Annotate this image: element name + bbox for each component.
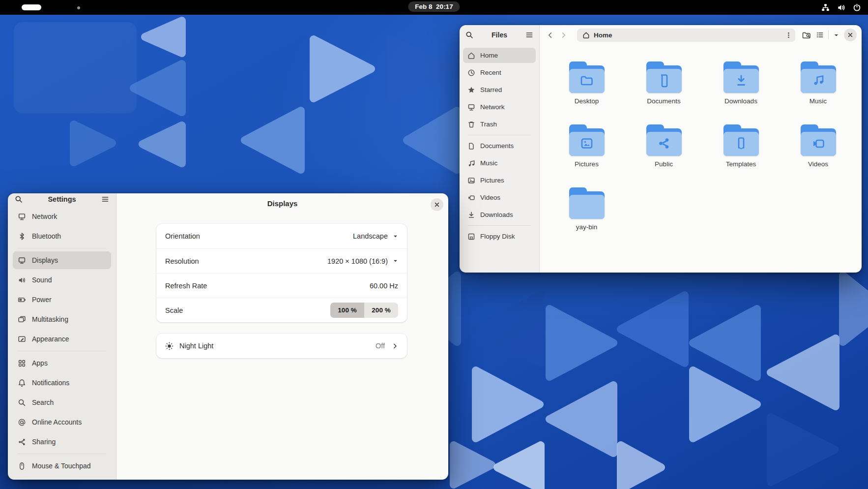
sidebar-item-label: Recent: [480, 69, 501, 76]
refresh-rate-label: Refresh Rate: [165, 282, 370, 290]
home-icon: [467, 52, 475, 60]
folder-item-templates[interactable]: Templates: [702, 122, 780, 185]
sidebar-item-appearance[interactable]: Appearance: [13, 330, 111, 348]
sidebar-item-label: Bluetooth: [32, 232, 61, 240]
orientation-label: Orientation: [165, 232, 353, 240]
sidebar-item-music[interactable]: Music: [463, 155, 536, 171]
settings-sidebar-header: Settings: [8, 193, 116, 205]
folder-item-yay-bin[interactable]: yay-bin: [548, 185, 625, 248]
night-light-row[interactable]: Night Light Off: [156, 334, 407, 358]
folder-name: yay-bin: [576, 223, 598, 231]
sidebar-item-downloads[interactable]: Downloads: [463, 207, 536, 222]
night-light-card: Night Light Off: [156, 334, 407, 358]
picture-icon: [467, 177, 475, 184]
sidebar-item-sharing[interactable]: Sharing: [13, 433, 111, 451]
top-bar: Feb 8 20:17: [0, 0, 868, 15]
system-tray[interactable]: [821, 0, 861, 15]
sidebar-item-pictures[interactable]: Pictures: [463, 173, 536, 188]
sidebar-separator: [18, 454, 106, 454]
sidebar-separator: [468, 225, 531, 226]
sidebar-item-trash[interactable]: Trash: [463, 117, 536, 132]
search-icon[interactable]: [465, 31, 473, 39]
sidebar-item-documents[interactable]: Documents: [463, 138, 536, 153]
kebab-menu-icon[interactable]: [785, 31, 792, 39]
sidebar-item-sound[interactable]: Sound: [13, 271, 111, 289]
sound-icon: [18, 276, 26, 284]
bluetooth-icon: [18, 232, 26, 241]
folder-icon: [569, 60, 605, 95]
forward-icon[interactable]: [560, 31, 567, 39]
sidebar-item-mouse-touchpad[interactable]: Mouse & Touchpad: [13, 457, 111, 475]
close-icon[interactable]: [431, 198, 443, 211]
folder-icon: [800, 60, 837, 95]
refresh-rate-value: 60.00 Hz: [370, 282, 398, 290]
list-view-icon[interactable]: [816, 31, 824, 39]
sidebar-item-notifications[interactable]: Notifications: [13, 374, 111, 392]
folder-icon: [569, 185, 605, 221]
sidebar-item-power[interactable]: Power: [13, 291, 111, 308]
clock-button[interactable]: Feb 8 20:17: [408, 1, 460, 12]
hamburger-menu-icon[interactable]: [525, 31, 533, 39]
sidebar-item-label: Documents: [480, 142, 514, 150]
bell-icon: [18, 379, 26, 387]
folder-item-desktop[interactable]: Desktop: [548, 60, 625, 122]
apps-grid-icon: [18, 359, 26, 367]
breadcrumb[interactable]: Home: [577, 29, 795, 42]
sidebar-item-search[interactable]: Search: [13, 394, 111, 411]
hamburger-menu-icon[interactable]: [101, 195, 109, 203]
sidebar-item-recent[interactable]: Recent: [463, 65, 536, 80]
settings-window-title: Settings: [23, 195, 101, 203]
view-dropdown-icon[interactable]: [833, 32, 839, 38]
sidebar-item-label: Music: [480, 159, 497, 167]
scale-200-button[interactable]: 200 %: [364, 303, 398, 318]
chevron-down-icon: [393, 234, 398, 239]
folder-item-music[interactable]: Music: [780, 60, 857, 122]
sidebar-item-label: Floppy Disk: [480, 233, 515, 240]
workspace-indicator-dot[interactable]: [77, 6, 80, 9]
folder-icon: [723, 122, 759, 158]
folder-item-public[interactable]: Public: [625, 122, 702, 185]
night-light-sun-icon: [165, 342, 174, 350]
chevron-right-icon: [392, 343, 398, 349]
sidebar-item-bluetooth[interactable]: Bluetooth: [13, 227, 111, 245]
network-icon: [18, 213, 26, 221]
displays-icon: [18, 256, 26, 265]
sidebar-item-floppy-disk[interactable]: Floppy Disk: [463, 229, 536, 244]
sidebar-item-label: Videos: [480, 194, 500, 201]
sidebar-item-network[interactable]: Network: [463, 99, 536, 115]
sidebar-item-online-accounts[interactable]: Online Accounts: [13, 413, 111, 431]
display-settings-card: Orientation Landscape Resolution 1920 × …: [156, 224, 407, 322]
folder-icon: [800, 122, 837, 158]
folder-item-pictures[interactable]: Pictures: [548, 122, 625, 185]
sidebar-item-label: Downloads: [480, 211, 513, 218]
scale-100-button[interactable]: 100 %: [330, 303, 364, 318]
sidebar-item-multitasking[interactable]: Multitasking: [13, 310, 111, 328]
settings-sidebar-list: Network Bluetooth Displays Sound Po: [8, 205, 116, 480]
folder-item-downloads[interactable]: Downloads: [702, 60, 780, 122]
folder-item-videos[interactable]: Videos: [780, 122, 857, 185]
toolbar-divider: [828, 31, 829, 39]
workspace-indicator-pill[interactable]: [22, 4, 41, 10]
folder-search-icon[interactable]: [802, 31, 811, 39]
sidebar-item-home[interactable]: Home: [463, 48, 536, 63]
search-icon: [18, 398, 26, 407]
sidebar-item-apps[interactable]: Apps: [13, 354, 111, 372]
orientation-row[interactable]: Orientation Landscape: [156, 224, 407, 248]
folder-name: Pictures: [575, 160, 599, 168]
sidebar-item-label: Apps: [32, 359, 48, 367]
volume-icon: [837, 3, 845, 12]
resolution-label: Resolution: [165, 257, 327, 265]
search-icon[interactable]: [15, 195, 23, 203]
document-icon: [467, 142, 475, 150]
sidebar-item-videos[interactable]: Videos: [463, 190, 536, 205]
sidebar-item-starred[interactable]: Starred: [463, 82, 536, 97]
folder-item-documents[interactable]: Documents: [625, 60, 702, 122]
close-icon[interactable]: [844, 29, 857, 41]
sidebar-item-network[interactable]: Network: [13, 208, 111, 225]
page-title: Displays: [116, 199, 448, 208]
at-icon: [18, 418, 26, 427]
sidebar-item-displays[interactable]: Displays: [13, 251, 111, 269]
resolution-row[interactable]: Resolution 1920 × 1080 (16:9): [156, 248, 407, 273]
back-icon[interactable]: [547, 31, 554, 39]
sidebar-item-label: Notifications: [32, 379, 69, 387]
